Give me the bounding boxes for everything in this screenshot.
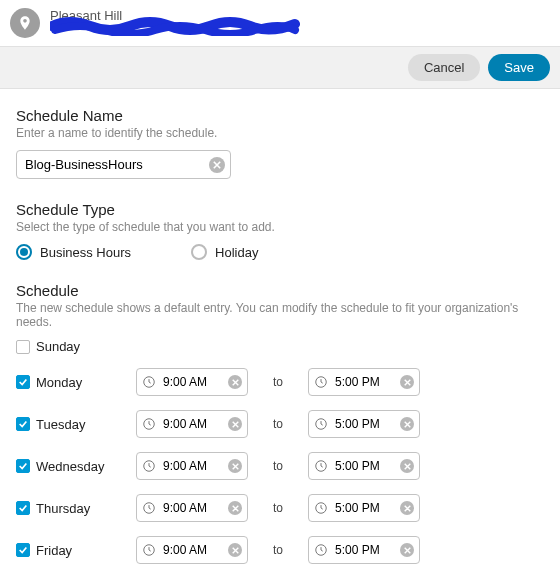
schedule-type-label: Schedule Type bbox=[16, 201, 544, 218]
to-label: to bbox=[248, 375, 308, 389]
schedule-section-help: The new schedule shows a default entry. … bbox=[16, 301, 544, 329]
radio-label: Business Hours bbox=[40, 245, 131, 260]
clear-time-icon[interactable] bbox=[228, 543, 242, 557]
day-name-label: Wednesday bbox=[36, 459, 136, 474]
location-header: Pleasant Hill bbox=[0, 0, 560, 46]
day-row: Thursdayto bbox=[16, 494, 544, 522]
day-name-label: Thursday bbox=[36, 501, 136, 516]
day-name-label: Sunday bbox=[36, 339, 136, 354]
radio-business-hours[interactable]: Business Hours bbox=[16, 244, 131, 260]
day-checkbox[interactable] bbox=[16, 417, 30, 431]
day-checkbox[interactable] bbox=[16, 375, 30, 389]
clear-time-icon[interactable] bbox=[228, 417, 242, 431]
week-schedule: SundayMondaytoTuesdaytoWednesdaytoThursd… bbox=[16, 339, 544, 574]
day-name-label: Friday bbox=[36, 543, 136, 558]
clear-time-icon[interactable] bbox=[228, 501, 242, 515]
clear-time-icon[interactable] bbox=[228, 375, 242, 389]
radio-holiday[interactable]: Holiday bbox=[191, 244, 258, 260]
location-pin-icon bbox=[10, 8, 40, 38]
clear-time-icon[interactable] bbox=[400, 417, 414, 431]
clear-time-icon[interactable] bbox=[400, 459, 414, 473]
cancel-button[interactable]: Cancel bbox=[408, 54, 480, 81]
form-content: Schedule Name Enter a name to identify t… bbox=[0, 89, 560, 574]
schedule-name-help: Enter a name to identify the schedule. bbox=[16, 126, 544, 140]
clear-input-icon[interactable] bbox=[209, 157, 225, 173]
day-row: Mondayto bbox=[16, 368, 544, 396]
day-checkbox[interactable] bbox=[16, 459, 30, 473]
to-label: to bbox=[248, 543, 308, 557]
save-button[interactable]: Save bbox=[488, 54, 550, 81]
day-checkbox[interactable] bbox=[16, 340, 30, 354]
day-row: Sunday bbox=[16, 339, 544, 354]
to-label: to bbox=[248, 417, 308, 431]
to-label: to bbox=[248, 501, 308, 515]
schedule-section-label: Schedule bbox=[16, 282, 544, 299]
day-name-label: Tuesday bbox=[36, 417, 136, 432]
day-name-label: Monday bbox=[36, 375, 136, 390]
schedule-name-input[interactable] bbox=[16, 150, 231, 179]
day-row: Tuesdayto bbox=[16, 410, 544, 438]
to-label: to bbox=[248, 459, 308, 473]
clear-time-icon[interactable] bbox=[400, 501, 414, 515]
day-row: Fridayto bbox=[16, 536, 544, 564]
day-checkbox[interactable] bbox=[16, 501, 30, 515]
action-bar: Cancel Save bbox=[0, 46, 560, 89]
radio-label: Holiday bbox=[215, 245, 258, 260]
location-name: Pleasant Hill bbox=[50, 8, 122, 24]
day-checkbox[interactable] bbox=[16, 543, 30, 557]
schedule-name-label: Schedule Name bbox=[16, 107, 544, 124]
day-row: Wednesdayto bbox=[16, 452, 544, 480]
clear-time-icon[interactable] bbox=[400, 543, 414, 557]
radio-icon bbox=[16, 244, 32, 260]
schedule-type-help: Select the type of schedule that you wan… bbox=[16, 220, 544, 234]
clear-time-icon[interactable] bbox=[228, 459, 242, 473]
radio-icon bbox=[191, 244, 207, 260]
clear-time-icon[interactable] bbox=[400, 375, 414, 389]
